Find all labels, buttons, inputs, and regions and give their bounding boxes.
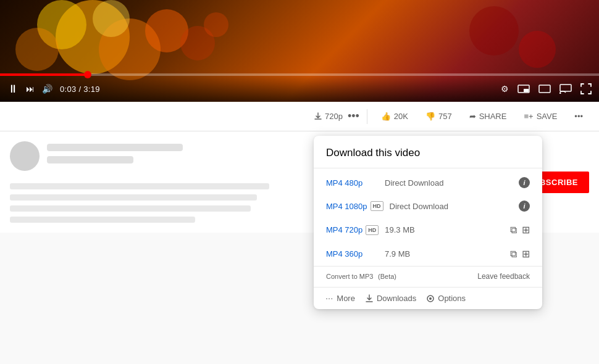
icons-480p: i [519, 177, 530, 188]
controls-bar: ⏸ ⏭ 🔊 0:03 / 3:19 ⚙ [0, 76, 599, 102]
desc-line-2 [10, 194, 257, 201]
more-dots-1[interactable]: ••• [348, 110, 359, 123]
copy-icon-720p[interactable]: ⧉ [510, 225, 517, 236]
leave-feedback[interactable]: Leave feedback [477, 272, 530, 281]
dislike-button[interactable]: 👎 757 [419, 108, 458, 125]
channel-name-placeholder [47, 156, 133, 163]
svg-rect-12 [539, 85, 550, 93]
format-1080p: MP4 1080p HD [326, 201, 383, 211]
options-footer-label: Options [438, 294, 466, 303]
icons-1080p: i [519, 201, 530, 212]
dislike-count: 757 [438, 112, 452, 121]
svg-rect-13 [560, 85, 571, 91]
options-footer-btn[interactable]: Options [426, 294, 466, 303]
pause-button[interactable]: ⏸ [7, 83, 19, 94]
popup-divider-1 [314, 168, 542, 168]
cast-button[interactable] [559, 84, 572, 94]
svg-rect-11 [524, 89, 529, 92]
channel-info [47, 141, 294, 163]
fullscreen-button[interactable] [580, 83, 592, 94]
downloads-footer-label: Downloads [377, 294, 416, 303]
desc-line-3 [10, 205, 251, 212]
like-icon: 👍 [381, 112, 391, 121]
icons-720p: ⧉ ⊞ [510, 224, 530, 236]
icons-360p: ⧉ ⊞ [510, 248, 530, 260]
popup-footer: ••• More Downloads Options [314, 287, 542, 309]
more-footer-btn[interactable]: ••• More [326, 294, 355, 303]
download-row-360p: MP4 360p 7.9 MB ⧉ ⊞ [314, 242, 542, 266]
save-label: SAVE [537, 112, 558, 121]
like-button[interactable]: 👍 20K [375, 108, 414, 125]
hd-badge-720p: HD [366, 225, 379, 235]
description-area [10, 183, 294, 223]
convert-link[interactable]: Convert to MP3 (Beta) [326, 271, 396, 281]
save-icon: ≡+ [524, 112, 533, 121]
video-title-placeholder [47, 144, 183, 151]
convert-beta: (Beta) [378, 273, 396, 280]
svg-point-9 [519, 31, 556, 68]
format-1080p-text: MP4 1080p [326, 202, 367, 211]
desc-line-4 [10, 217, 195, 223]
qr-icon-720p[interactable]: ⊞ [522, 224, 530, 236]
svg-point-8 [469, 6, 519, 56]
format-360p: MP4 360p [326, 249, 379, 259]
options-icon [426, 294, 435, 303]
downloads-footer-btn[interactable]: Downloads [365, 294, 416, 303]
theater-button[interactable] [538, 85, 551, 93]
more-dots-footer: ••• [326, 297, 333, 300]
action-720p: 19.3 MB [385, 225, 504, 234]
download-row-720p: MP4 720p HD 19.3 MB ⧉ ⊞ [314, 218, 542, 242]
format-480p: MP4 480p [326, 178, 379, 188]
svg-point-14 [559, 93, 561, 94]
more-button[interactable]: ••• [568, 108, 589, 125]
settings-button[interactable]: ⚙ [501, 85, 509, 93]
svg-point-7 [204, 12, 228, 37]
hd-badge-1080p: HD [371, 201, 383, 211]
dislike-icon: 👎 [425, 112, 435, 121]
svg-point-4 [93, 0, 130, 37]
controls-right: ⚙ [501, 83, 592, 94]
copy-icon-360p[interactable]: ⧉ [510, 249, 517, 260]
svg-point-6 [15, 28, 59, 71]
download-icon [314, 112, 322, 121]
action-480p[interactable]: Direct Download [385, 178, 513, 188]
avatar [10, 141, 40, 171]
info-icon-1080p[interactable]: i [519, 201, 530, 212]
format-720p-text: MP4 720p [326, 225, 362, 234]
miniplayer-button[interactable] [517, 85, 530, 93]
desc-line-1 [10, 183, 269, 189]
qr-icon-360p[interactable]: ⊞ [522, 248, 530, 260]
download-popup: Download this video MP4 480p Direct Down… [314, 136, 542, 309]
format-360p-text: MP4 360p [326, 249, 362, 259]
download-row-1080p: MP4 1080p HD Direct Download i [314, 194, 542, 218]
format-720p: MP4 720p HD [326, 225, 379, 235]
action-360p: 7.9 MB [385, 249, 504, 259]
convert-row: Convert to MP3 (Beta) Leave feedback [314, 266, 542, 287]
skip-button[interactable]: ⏭ [26, 85, 35, 93]
quality-label: 720p [325, 112, 343, 121]
action-1080p[interactable]: Direct Download [390, 202, 513, 211]
video-player: ⏸ ⏭ 🔊 0:03 / 3:19 ⚙ [0, 0, 599, 102]
info-icon-480p[interactable]: i [519, 177, 530, 188]
share-button[interactable]: ➦ SHARE [463, 108, 513, 125]
like-count: 20K [394, 112, 408, 121]
action-bar: 720p ••• 👍 20K 👎 757 ➦ SHARE ≡+ SAVE ••• [0, 102, 599, 131]
convert-label: Convert to MP3 [326, 273, 373, 280]
download-row-480p: MP4 480p Direct Download i [314, 171, 542, 194]
format-480p-text: MP4 480p [326, 178, 362, 188]
share-icon: ➦ [469, 112, 476, 121]
more-icon: ••• [574, 112, 583, 121]
left-content [10, 141, 294, 223]
quality-button[interactable]: 720p [314, 112, 343, 121]
popup-title: Download this video [314, 136, 542, 168]
downloads-icon [365, 294, 374, 303]
share-label: SHARE [479, 112, 507, 121]
svg-point-16 [429, 297, 432, 300]
time-display: 0:03 / 3:19 [60, 85, 100, 94]
more-footer-label: More [337, 294, 355, 303]
volume-button[interactable]: 🔊 [42, 85, 52, 93]
save-button[interactable]: ≡+ SAVE [517, 108, 563, 125]
